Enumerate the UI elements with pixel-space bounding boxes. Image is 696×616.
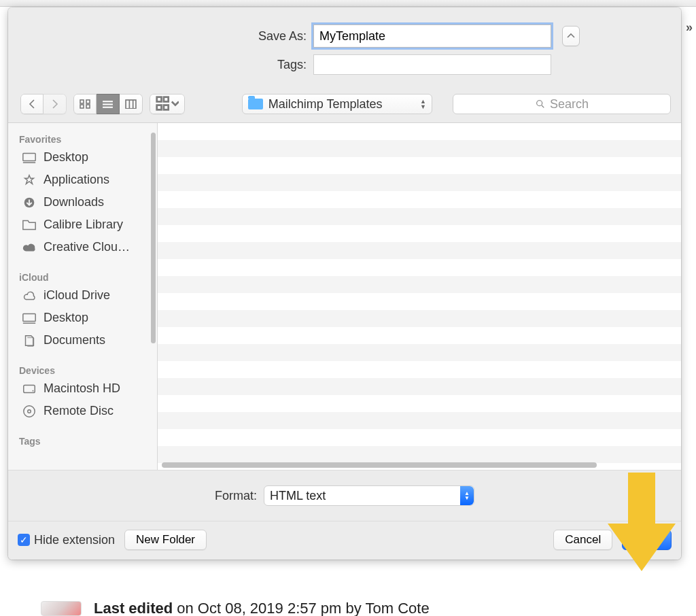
sidebar-item-desktop[interactable]: Desktop bbox=[8, 146, 157, 169]
save-button[interactable]: Save bbox=[622, 530, 672, 550]
svg-rect-2 bbox=[80, 100, 84, 103]
desktop-icon bbox=[22, 151, 37, 165]
svg-rect-15 bbox=[164, 105, 169, 110]
sidebar-item-label: Remote Disc bbox=[44, 404, 114, 418]
svg-rect-14 bbox=[157, 105, 162, 110]
nav-back-forward bbox=[20, 94, 67, 114]
file-listing[interactable] bbox=[158, 123, 681, 470]
applications-icon bbox=[22, 173, 37, 187]
folder-icon bbox=[248, 99, 263, 109]
search-icon bbox=[535, 99, 546, 109]
collapse-sheet-button[interactable] bbox=[562, 26, 580, 46]
svg-point-26 bbox=[28, 409, 31, 413]
hide-extension-checkbox[interactable]: ✓ Hide extension bbox=[18, 533, 115, 547]
save-sheet: Save As: Tags: bbox=[8, 7, 681, 560]
sidebar-heading-tags: Tags bbox=[8, 432, 157, 448]
sidebar-item-label: Applications bbox=[44, 173, 109, 187]
svg-point-25 bbox=[24, 405, 35, 416]
sidebar-item-macintosh-hd[interactable]: Macintosh HD bbox=[8, 377, 157, 400]
save-as-label: Save As: bbox=[109, 29, 307, 44]
hide-extension-label: Hide extension bbox=[34, 533, 115, 547]
hdd-icon bbox=[22, 382, 37, 396]
desktop-icon bbox=[22, 311, 37, 325]
sidebar-item-icloud-desktop[interactable]: Desktop bbox=[8, 307, 157, 329]
view-icons-button[interactable] bbox=[73, 94, 97, 114]
svg-rect-21 bbox=[23, 313, 35, 321]
sidebar-item-label: iCloud Drive bbox=[44, 288, 110, 303]
svg-rect-18 bbox=[23, 153, 35, 160]
sidebar-item-label: Macintosh HD bbox=[44, 381, 120, 396]
checkmark-icon: ✓ bbox=[18, 534, 30, 546]
group-by-button[interactable] bbox=[150, 94, 185, 114]
behind-last-edited: Last edited on Oct 08, 2019 2:57 pm by T… bbox=[41, 600, 430, 616]
sidebar-item-label: Desktop bbox=[44, 150, 88, 165]
sidebar-heading-devices: Devices bbox=[8, 361, 157, 377]
svg-rect-12 bbox=[157, 97, 162, 102]
sidebar-item-applications[interactable]: Applications bbox=[8, 169, 157, 191]
search-placeholder: Search bbox=[550, 97, 589, 112]
tags-label: Tags: bbox=[109, 58, 307, 72]
format-label: Format: bbox=[215, 489, 257, 503]
svg-point-24 bbox=[33, 390, 34, 391]
last-edited-label: Last edited bbox=[94, 600, 173, 616]
last-edited-text: on Oct 08, 2019 2:57 pm by Tom Cote bbox=[173, 600, 429, 616]
format-bar: Format: HTML text ▲▼ bbox=[8, 470, 681, 521]
creative-cloud-icon bbox=[22, 241, 37, 254]
svg-rect-23 bbox=[24, 385, 35, 392]
svg-rect-13 bbox=[164, 97, 169, 102]
sidebar-item-label: Documents bbox=[44, 333, 105, 347]
documents-icon bbox=[22, 334, 37, 347]
svg-rect-3 bbox=[86, 100, 90, 103]
sidebar-item-downloads[interactable]: Downloads bbox=[8, 191, 157, 213]
button-bar: ✓ Hide extension New Folder Cancel Save bbox=[8, 521, 681, 560]
search-field[interactable]: Search bbox=[453, 94, 671, 114]
format-value: HTML text bbox=[270, 489, 326, 503]
disc-icon bbox=[22, 405, 37, 418]
chevron-updown-icon: ▲▼ bbox=[460, 486, 474, 505]
downloads-icon bbox=[22, 196, 37, 209]
svg-line-17 bbox=[542, 105, 544, 107]
sidebar-item-label: Creative Clou… bbox=[44, 240, 130, 254]
overflow-glyph: » bbox=[686, 20, 693, 35]
svg-rect-4 bbox=[80, 105, 84, 108]
sidebar-item-creative-cloud[interactable]: Creative Clou… bbox=[8, 236, 157, 258]
location-popup-button[interactable]: Mailchimp Templates ▲▼ bbox=[242, 94, 432, 114]
sidebar-scrollbar[interactable] bbox=[151, 133, 156, 343]
sidebar-item-icloud-drive[interactable]: iCloud Drive bbox=[8, 284, 157, 307]
sidebar-item-remote-disc[interactable]: Remote Disc bbox=[8, 400, 157, 422]
svg-rect-5 bbox=[86, 105, 90, 108]
thumbnail-icon bbox=[41, 601, 82, 616]
tags-input[interactable] bbox=[313, 54, 551, 75]
save-as-input[interactable] bbox=[313, 24, 551, 48]
sidebar-heading-icloud: iCloud bbox=[8, 268, 157, 284]
sidebar-item-label: Downloads bbox=[44, 195, 104, 209]
cloud-icon bbox=[22, 289, 37, 303]
view-columns-button[interactable] bbox=[120, 94, 143, 114]
svg-rect-9 bbox=[126, 100, 136, 109]
folder-icon bbox=[22, 218, 37, 232]
sidebar-item-calibre[interactable]: Calibre Library bbox=[8, 213, 157, 236]
location-label: Mailchimp Templates bbox=[268, 97, 415, 112]
new-folder-button[interactable]: New Folder bbox=[124, 530, 207, 550]
cancel-button[interactable]: Cancel bbox=[553, 530, 612, 550]
sidebar-item-label: Calibre Library bbox=[44, 218, 123, 232]
sidebar-item-label: Desktop bbox=[44, 311, 88, 325]
back-button[interactable] bbox=[20, 94, 44, 114]
view-mode-segment bbox=[73, 94, 143, 114]
toolbar: Mailchimp Templates ▲▼ Search bbox=[8, 87, 681, 122]
sidebar-item-documents[interactable]: Documents bbox=[8, 329, 157, 352]
sidebar-heading-favorites: Favorites bbox=[8, 130, 157, 146]
svg-point-16 bbox=[537, 101, 542, 106]
stepper-icon: ▲▼ bbox=[420, 99, 426, 109]
forward-button[interactable] bbox=[44, 94, 67, 114]
view-list-button[interactable] bbox=[97, 94, 120, 114]
sidebar[interactable]: Favorites Desktop Applications Downloads… bbox=[8, 123, 158, 470]
format-select[interactable]: HTML text ▲▼ bbox=[264, 485, 474, 506]
horizontal-scrollbar[interactable] bbox=[158, 460, 681, 470]
